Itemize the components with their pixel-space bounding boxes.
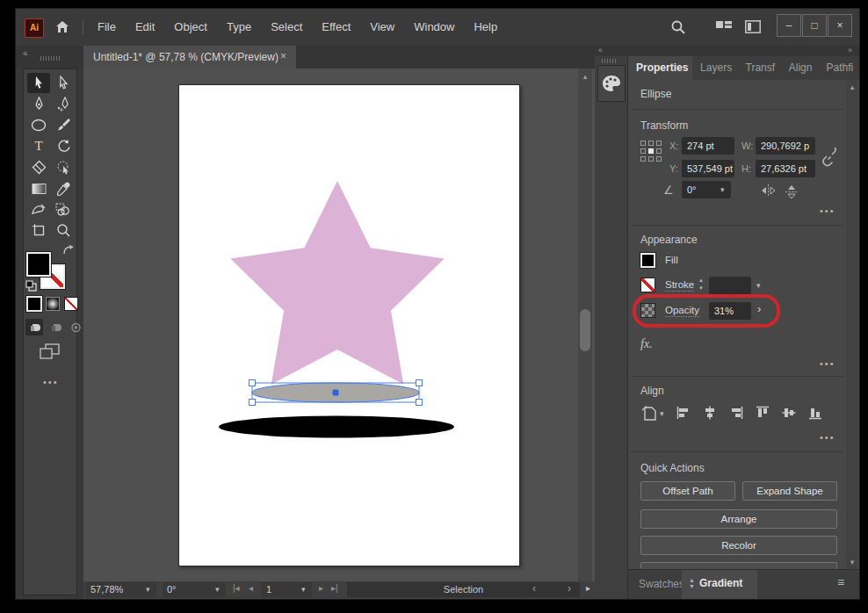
flip-horizontal-icon[interactable]	[761, 184, 776, 197]
pen-tool[interactable]	[27, 94, 50, 114]
artboard-tool[interactable]	[27, 220, 50, 241]
home-icon[interactable]	[54, 19, 70, 35]
panel-menu-icon[interactable]: ≡	[837, 575, 844, 589]
maximize-button[interactable]: □	[802, 14, 827, 37]
document-tab-close-icon[interactable]: ×	[280, 50, 286, 62]
curvature-tool[interactable]	[52, 94, 75, 114]
menu-view[interactable]: View	[360, 9, 404, 46]
x-value-field[interactable]: 274 pt	[682, 137, 734, 155]
transform-more-icon[interactable]: •••	[820, 206, 835, 216]
blob-brush-tool[interactable]	[27, 199, 50, 220]
gradient-tool[interactable]	[27, 178, 50, 198]
properties-scroll-down-icon[interactable]: ▾	[846, 558, 858, 566]
minimize-button[interactable]: –	[777, 14, 801, 37]
stroke-label[interactable]: Stroke	[665, 279, 694, 292]
tab-swatches[interactable]: Swatches	[639, 578, 684, 590]
collapse-right-dock-icon[interactable]: «	[598, 46, 603, 54]
flip-vertical-icon[interactable]	[785, 184, 798, 199]
rotate-tool[interactable]	[52, 136, 75, 156]
opacity-value-field[interactable]: 31%	[709, 302, 751, 320]
tab-gradient[interactable]: ▲▼ Gradient	[682, 570, 757, 599]
menu-select[interactable]: Select	[261, 9, 312, 46]
magic-wand-tool[interactable]	[52, 157, 75, 177]
previous-artboard-icon[interactable]: ◂	[249, 583, 253, 593]
swatches-panel-icon[interactable]	[597, 65, 626, 102]
menu-type[interactable]: Type	[217, 9, 261, 46]
shape-builder-tool[interactable]	[52, 199, 75, 220]
unlink-dimensions-icon[interactable]	[821, 148, 837, 169]
expand-right-dock-icon[interactable]: »	[848, 46, 852, 54]
next-artboard-icon[interactable]: ▸	[319, 583, 323, 593]
first-artboard-icon[interactable]: |◂	[233, 583, 240, 593]
align-center-horizontal-icon[interactable]	[703, 406, 717, 420]
toolbar-more-icon[interactable]: •••	[43, 377, 59, 387]
collapse-left-dock-icon[interactable]: «	[23, 48, 28, 58]
y-value-field[interactable]: 537,549 pt	[682, 160, 734, 177]
artboard-chevron-down-icon[interactable]: ▾	[301, 585, 306, 594]
stroke-weight-chevron-down-icon[interactable]: ▾	[756, 281, 761, 290]
fill-swatch[interactable]	[640, 253, 655, 268]
w-value-field[interactable]: 290,7692 p	[756, 137, 815, 155]
appearance-more-icon[interactable]: •••	[820, 358, 835, 369]
shadow-ellipse-shape[interactable]	[219, 416, 454, 438]
canvas-vertical-scrollbar[interactable]: ▴	[578, 69, 592, 581]
stroke-weight-stepper[interactable]: ▲▼	[697, 277, 705, 294]
h-value-field[interactable]: 27,6326 pt	[756, 160, 815, 177]
menu-file[interactable]: File	[88, 9, 126, 46]
rotation-status-chevron-down-icon[interactable]: ▾	[215, 585, 220, 594]
reference-point-grid[interactable]	[640, 141, 663, 163]
icon-dock-grip[interactable]	[602, 59, 618, 63]
opacity-label[interactable]: Opacity	[665, 305, 699, 317]
rotation-status-select[interactable]: 0° ▾	[163, 582, 226, 597]
properties-scroll-up-icon[interactable]: ▴	[846, 83, 858, 91]
menu-window[interactable]: Window	[404, 9, 464, 46]
arrange-button[interactable]: Arrange	[640, 509, 837, 529]
eyedropper-tool[interactable]	[52, 178, 75, 198]
status-expand-icon[interactable]: ▸	[586, 583, 590, 593]
zoom-level-select[interactable]: 57,78% ▾	[86, 582, 156, 597]
arrange-documents-icon[interactable]	[716, 21, 732, 33]
align-more-icon[interactable]: •••	[820, 432, 835, 443]
toolbar-grip[interactable]	[40, 56, 60, 61]
align-to-selector-icon[interactable]	[640, 406, 658, 422]
document-tab[interactable]: Untitled-1* @ 57,78 % (CMYK/Preview) ×	[83, 46, 296, 69]
menu-help[interactable]: Help	[464, 9, 507, 46]
ellipse-tool[interactable]	[27, 115, 50, 135]
offset-path-button[interactable]: Offset Path	[640, 481, 735, 501]
expand-shape-button[interactable]: Expand Shape	[742, 481, 837, 501]
swap-fill-stroke-icon[interactable]	[62, 245, 75, 256]
star-shape[interactable]	[230, 181, 444, 385]
canvas-scrollbar-thumb[interactable]	[580, 309, 590, 351]
tab-layers[interactable]: Layers	[692, 56, 737, 80]
zoom-tool[interactable]	[52, 220, 75, 241]
fill-color-swatch[interactable]	[26, 252, 51, 277]
paintbrush-tool[interactable]	[52, 115, 75, 135]
tab-transparency[interactable]: Transf	[738, 56, 781, 80]
artboard[interactable]	[178, 84, 520, 566]
zoom-chevron-down-icon[interactable]: ▾	[146, 585, 150, 594]
color-mode-button[interactable]	[26, 296, 42, 312]
draw-behind-mode-button[interactable]	[47, 319, 64, 335]
search-icon[interactable]	[670, 19, 686, 35]
eraser-tool[interactable]	[27, 157, 50, 177]
align-top-icon[interactable]	[756, 406, 770, 420]
gradient-mode-button[interactable]	[46, 297, 60, 311]
properties-scrollbar[interactable]: ▴ ▾	[846, 80, 857, 569]
type-tool[interactable]: T	[27, 136, 50, 156]
tab-align[interactable]: Align	[781, 56, 819, 80]
canvas-scroll-up-icon[interactable]: ▴	[579, 72, 591, 81]
close-button[interactable]: ×	[828, 14, 852, 37]
tab-pathfinder[interactable]: Pathfi	[819, 56, 860, 80]
menu-effect[interactable]: Effect	[312, 9, 360, 46]
align-center-vertical-icon[interactable]	[782, 406, 796, 420]
stroke-weight-field[interactable]	[709, 277, 751, 294]
align-to-chevron-down-icon[interactable]: ▾	[660, 409, 664, 418]
clipped-action-button[interactable]	[640, 562, 837, 569]
fx-effects-icon[interactable]: fx.	[640, 337, 653, 351]
stroke-swatch[interactable]	[640, 278, 655, 292]
align-right-icon[interactable]	[729, 406, 743, 420]
last-artboard-icon[interactable]: ▸|	[331, 583, 338, 593]
rotation-chevron-down-icon[interactable]: ▾	[720, 185, 725, 194]
direct-selection-tool[interactable]	[52, 73, 75, 93]
opacity-chevron-right-icon[interactable]: ›	[757, 302, 761, 315]
